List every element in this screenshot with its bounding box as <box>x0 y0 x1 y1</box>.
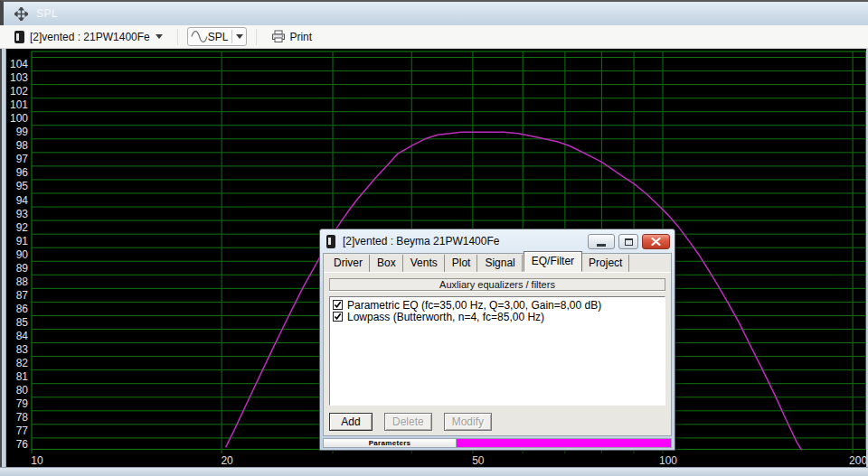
parameters-bar: Parameters <box>323 438 672 448</box>
x-axis-tick-label: 50 <box>472 454 485 467</box>
tab-signal[interactable]: Signal <box>478 255 522 272</box>
filter-label: Parametric EQ (fc=35,00 Hz, Q=3,00, Gain… <box>347 299 601 312</box>
filter-list-item[interactable]: Lowpass (Butterworth, n=4, fc=85,00 Hz) <box>331 311 664 322</box>
close-button[interactable] <box>642 234 670 249</box>
y-axis-tick-label: 80 <box>16 384 29 397</box>
y-axis-tick-label: 90 <box>16 248 29 261</box>
y-axis-tick-label: 79 <box>16 397 29 410</box>
parameters-panel-button[interactable]: Parameters <box>323 438 457 448</box>
x-axis-tick-label: 200 <box>849 454 867 467</box>
y-axis-tick-label: 101 <box>10 98 28 111</box>
modify-button: Modify <box>444 413 492 431</box>
split-divider <box>231 30 232 43</box>
filter-label: Lowpass (Butterworth, n=4, fc=85,00 Hz) <box>347 311 544 323</box>
x-axis-tick-label: 100 <box>659 454 677 467</box>
sine-wave-icon <box>191 31 208 42</box>
print-label: Print <box>289 31 312 43</box>
project-selector[interactable]: [2]vented : 21PW1400Fe <box>9 27 168 47</box>
eq-filter-tab-panel: Auxliary equalizers / filters Parametric… <box>324 272 671 435</box>
y-axis-tick-label: 93 <box>16 208 29 220</box>
filter-listbox[interactable]: Parametric EQ (fc=35,00 Hz, Q=3,00, Gain… <box>329 296 665 406</box>
window-frame-bottom <box>0 467 868 476</box>
move-cross-icon[interactable] <box>14 7 28 21</box>
y-axis-tick-label: 81 <box>16 370 29 383</box>
y-axis-tick-label: 103 <box>10 71 28 84</box>
tab-vents[interactable]: Vents <box>404 255 445 272</box>
dialog-app-icon <box>326 235 335 248</box>
printer-icon <box>271 30 286 43</box>
y-axis-tick-label: 86 <box>16 303 29 315</box>
filter-checkbox[interactable] <box>333 312 343 322</box>
app-window: SPL [2]vented : 21PW1400Fe SPL Print <box>0 0 868 476</box>
y-axis-tick-label: 76 <box>16 438 29 451</box>
toolbar-separator <box>177 29 178 45</box>
tab-eq-filter[interactable]: EQ/Filter <box>524 251 582 272</box>
toolbar: [2]vented : 21PW1400Fe SPL Print <box>0 25 868 49</box>
project-dialog: [2]vented : Beyma 21PW1400Fe DriverBoxVe… <box>319 229 675 451</box>
y-axis-tick-label: 94 <box>16 194 29 207</box>
y-axis-tick-label: 85 <box>16 316 29 329</box>
y-axis-tick-label: 84 <box>16 330 29 342</box>
chevron-down-icon[interactable] <box>236 34 243 39</box>
y-axis-tick-label: 98 <box>16 139 29 152</box>
filter-list-item[interactable]: Parametric EQ (fc=35,00 Hz, Q=3,00, Gain… <box>331 299 664 311</box>
filter-checkbox[interactable] <box>333 300 343 310</box>
window-frame-left <box>0 49 6 467</box>
x-axis-tick-label: 20 <box>221 454 233 467</box>
print-button[interactable]: Print <box>266 27 317 47</box>
y-axis-tick-label: 102 <box>10 85 28 98</box>
y-axis-tick-label: 83 <box>16 343 29 356</box>
minimize-button[interactable] <box>588 234 615 249</box>
delete-button: Delete <box>384 413 432 431</box>
y-axis-tick-label: 88 <box>16 275 29 288</box>
tab-driver[interactable]: Driver <box>327 255 370 272</box>
maximize-button[interactable] <box>618 234 638 249</box>
minimize-icon <box>597 244 606 247</box>
y-axis-tick-label: 87 <box>16 289 29 302</box>
tab-plot[interactable]: Plot <box>446 255 478 272</box>
driver-box-icon <box>14 31 24 43</box>
y-axis-tick-label: 96 <box>16 166 29 179</box>
dialog-titlebar[interactable]: [2]vented : Beyma 21PW1400Fe <box>323 229 672 253</box>
add-button[interactable]: Add <box>329 413 373 431</box>
filter-buttons-row: AddDeleteModify <box>329 413 665 431</box>
dialog-client-area: DriverBoxVentsPlotSignalEQ/FilterProject… <box>323 253 672 436</box>
y-axis-tick-label: 99 <box>16 126 29 138</box>
panel-header: SPL <box>0 0 868 25</box>
tab-box[interactable]: Box <box>371 255 403 272</box>
close-icon <box>651 238 661 246</box>
y-axis-tick-label: 77 <box>16 425 29 437</box>
tab-project[interactable]: Project <box>582 255 629 272</box>
x-axis-tick-label: 10 <box>31 454 43 467</box>
y-axis-tick-label: 89 <box>16 262 29 275</box>
graph-type-value: SPL <box>208 31 229 43</box>
chevron-down-icon[interactable] <box>156 34 163 39</box>
y-axis-tick-label: 97 <box>16 153 29 165</box>
y-axis-tick-label: 100 <box>10 112 28 125</box>
maximize-icon <box>625 238 633 246</box>
curve-color-swatch[interactable] <box>457 438 672 448</box>
y-axis-tick-label: 82 <box>16 357 29 369</box>
dialog-title: [2]vented : Beyma 21PW1400Fe <box>343 235 499 247</box>
aux-filters-header: Auxliary equalizers / filters <box>329 278 665 291</box>
panel-title: SPL <box>36 7 58 20</box>
graph-type-selector[interactable]: SPL <box>187 27 248 46</box>
dialog-tabs: DriverBoxVentsPlotSignalEQ/FilterProject <box>324 254 671 272</box>
y-axis-tick-label: 95 <box>16 180 29 192</box>
y-axis-tick-label: 104 <box>10 58 28 70</box>
y-axis-tick-label: 78 <box>16 411 29 424</box>
project-selector-value: [2]vented : 21PW1400Fe <box>30 31 150 43</box>
y-axis-tick-label: 92 <box>16 221 29 234</box>
toolbar-separator <box>256 29 257 45</box>
y-axis-tick-label: 91 <box>16 235 29 247</box>
